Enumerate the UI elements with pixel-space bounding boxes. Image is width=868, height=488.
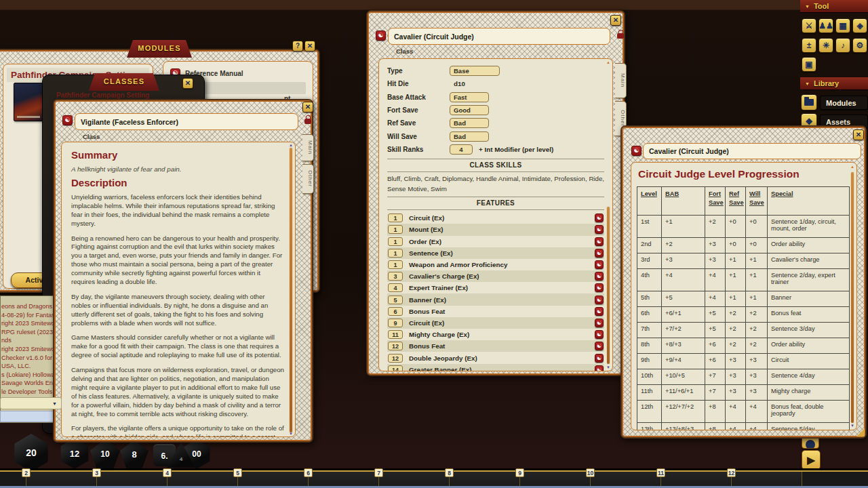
modules-window-tab[interactable]: Modules <box>127 40 192 58</box>
modules-icon[interactable] <box>801 94 817 110</box>
help-button[interactable]: ? <box>292 41 303 52</box>
resize-grip[interactable] <box>856 428 865 436</box>
group-icon[interactable]: ♟♟ <box>818 18 833 33</box>
Expert Trainer (Ex)[interactable]: 4 Expert Trainer (Ex) ☯ <box>387 282 604 293</box>
base-attack-field[interactable]: Fast <box>450 92 489 102</box>
link-icon[interactable]: ☯ <box>595 272 604 281</box>
record-title-field[interactable]: Cavalier (Circuit Judge) <box>388 28 610 45</box>
hotbar-slot[interactable]: 6 <box>308 472 378 486</box>
link-icon[interactable]: ☯ <box>595 296 604 304</box>
options-icon[interactable]: ⚙ <box>852 38 867 53</box>
Circuit (Ex)[interactable]: 9 Circuit (Ex) ☯ <box>387 317 604 329</box>
Sentence (Ex)[interactable]: 1 Sentence (Ex) ☯ <box>387 247 604 259</box>
sidebar-section-library[interactable]: ▼ Library <box>800 77 868 90</box>
link-icon[interactable]: ☯ <box>595 330 604 339</box>
hotbar-slot[interactable]: 10 <box>590 472 660 486</box>
dice-tower-icon[interactable]: ◈ <box>852 18 867 33</box>
field-base-attack: Base Attack Fast <box>387 91 604 104</box>
lock-icon[interactable] <box>617 33 624 39</box>
link-icon[interactable]: ☯ <box>376 30 386 41</box>
sidebar-section-tool[interactable]: ▼ Tool <box>800 0 868 13</box>
link-icon[interactable]: ☯ <box>595 249 604 258</box>
close-icon[interactable]: ✕ <box>182 78 193 89</box>
record-title-field[interactable]: Vigilante (Faceless Enforcer) <box>75 113 298 130</box>
tab-main[interactable]: Main <box>615 63 627 98</box>
record-title-field[interactable]: Cavalier (Circuit Judge) <box>643 143 861 159</box>
link-icon[interactable]: ☯ <box>595 237 604 246</box>
type-field[interactable]: Base <box>450 66 500 76</box>
play-button[interactable]: ▶ <box>802 450 821 470</box>
tab-other[interactable]: Other <box>302 164 314 194</box>
hotbar-slots: 2 3 4 5 6 7 <box>26 472 802 486</box>
will-save-field[interactable]: Bad <box>450 131 489 142</box>
scrollbar[interactable] <box>290 148 292 432</box>
link-icon[interactable]: ☯ <box>595 260 604 269</box>
skill-ranks-note: + Int Modifier (per level) <box>479 146 553 153</box>
lock-icon[interactable] <box>304 119 311 124</box>
Mount (Ex)[interactable]: 1 Mount (Ex) ☯ <box>387 224 604 235</box>
Mighty Charge (Ex)[interactable]: 11 Mighty Charge (Ex) ☯ <box>387 329 604 340</box>
skill-ranks-field[interactable]: 4 <box>450 144 473 155</box>
sidebar-item-modules[interactable]: Modules <box>820 96 868 110</box>
tokens-icon[interactable]: ▣ <box>802 57 816 72</box>
progression-pane: Circuit Judge Level Progression Level BA… <box>631 162 857 430</box>
link-icon[interactable]: ☯ <box>595 283 604 292</box>
module-cover-thumbnail[interactable] <box>14 83 43 121</box>
close-icon[interactable]: ✕ <box>304 41 315 52</box>
Double Jeopardy (Ex)[interactable]: 12 Double Jeopardy (Ex) ☯ <box>387 352 604 363</box>
chat-line: Checker v1.6.0 for FC <box>1 354 53 363</box>
die-d10[interactable]: 10 <box>90 439 120 469</box>
Weapon and Armor Proficiency[interactable]: 1 Weapon and Armor Proficiency ☯ <box>387 259 604 270</box>
link-icon[interactable]: ☯ <box>631 146 642 156</box>
sound-icon[interactable]: ♪ <box>835 38 850 53</box>
link-icon[interactable]: ☯ <box>595 214 604 222</box>
fort-save-field[interactable]: Good <box>450 105 489 115</box>
link-icon[interactable]: ☯ <box>62 115 73 125</box>
hotbar-slot[interactable]: 8 <box>449 472 519 486</box>
tab-main[interactable]: Main <box>302 134 314 161</box>
Bonus Feat[interactable]: 12 Bonus Feat ☯ <box>387 340 604 352</box>
Order (Ex)[interactable]: 1 Order (Ex) ☯ <box>387 236 604 247</box>
hotbar-slot[interactable]: 2 <box>26 472 96 486</box>
link-icon[interactable]: ☯ <box>595 307 604 316</box>
link-icon[interactable]: ☯ <box>595 354 604 363</box>
Circuit (Ex)[interactable]: 1 Circuit (Ex) ☯ <box>387 212 604 224</box>
Banner (Ex)[interactable]: 5 Banner (Ex) ☯ <box>387 293 604 305</box>
link-icon[interactable]: ☯ <box>595 365 604 371</box>
feature-name: Cavalier's Charge (Ex) <box>409 272 595 280</box>
Greater Banner (Ex)[interactable]: 14 Greater Banner (Ex) ☯ <box>387 364 604 371</box>
hotbar-slot[interactable]: 11 <box>660 472 731 486</box>
close-icon[interactable]: ✕ <box>853 129 864 140</box>
die-d8[interactable]: 8 <box>120 440 149 468</box>
ref-save-field[interactable]: Bad <box>450 118 489 128</box>
classes-window-tab[interactable]: Classes <box>89 73 159 91</box>
hotbar-slot[interactable]: 9 <box>519 472 590 486</box>
feature-level: 9 <box>388 319 403 327</box>
hotbar-slot[interactable]: 4 <box>167 472 237 486</box>
link-icon[interactable]: ☯ <box>595 342 604 350</box>
die-d20[interactable]: 20 <box>12 434 50 472</box>
hotbar-slot[interactable]: 5 <box>237 472 308 486</box>
feature-name: Greater Banner (Ex) <box>409 366 595 371</box>
hotbar-slot[interactable] <box>802 472 868 486</box>
class-description-pane: Summary A hellknight vigilante of fear a… <box>61 142 296 437</box>
scrollbar[interactable] <box>851 172 854 423</box>
effects-icon[interactable]: ✳ <box>818 38 833 53</box>
table-row: 10th +10/+5 +7 +3 +3 Sentence 4/day <box>637 369 849 385</box>
hotbar-slot[interactable]: 3 <box>96 472 167 486</box>
hotbar-slot[interactable]: 12 <box>731 472 802 486</box>
Bonus Feat[interactable]: 6 Bonus Feat ☯ <box>387 306 604 317</box>
hotbar-slot[interactable]: 7 <box>378 472 449 486</box>
close-icon[interactable]: ✕ <box>302 102 313 113</box>
link-icon[interactable]: ☯ <box>595 319 604 327</box>
modifiers-icon[interactable]: ± <box>802 38 816 53</box>
table-row: 3rd +3 +3 +1 +1 Cavalier's charge <box>637 253 849 269</box>
chat-mode-dropdown[interactable]: ▼ <box>0 397 62 409</box>
chat-log[interactable]: eons and Dragons (4-08-29) for Fantasyri… <box>1 296 53 395</box>
Cavalier's Charge (Ex)[interactable]: 3 Cavalier's Charge (Ex) ☯ <box>387 270 604 282</box>
calendar-icon[interactable]: ▦ <box>835 18 850 33</box>
close-icon[interactable]: ✕ <box>610 15 621 26</box>
scrollbar[interactable] <box>607 207 610 364</box>
link-icon[interactable]: ☯ <box>595 225 604 234</box>
swords-icon[interactable]: ⚔ <box>802 18 816 33</box>
